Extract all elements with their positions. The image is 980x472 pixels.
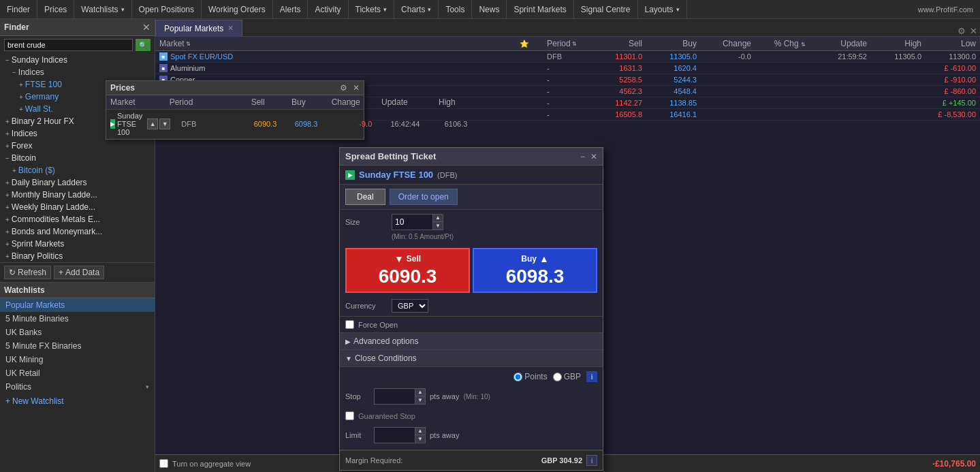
nav-finder[interactable]: Finder [0, 0, 37, 19]
force-open-checkbox[interactable] [345, 320, 354, 329]
finder-search-input[interactable] [4, 39, 133, 51]
col-buy[interactable]: Buy [642, 39, 697, 48]
col-update[interactable]: Update [806, 39, 867, 48]
market-name-spotfx: Spot FX EUR/USD [170, 52, 233, 61]
tree-item-bitcoin-usd[interactable]: + Bitcoin ($) [0, 164, 155, 176]
ticket-minimize-icon[interactable]: − [580, 152, 585, 161]
prices-panel-close-icon[interactable]: ✕ [353, 83, 360, 93]
prices-row-btn-up[interactable]: ▲ [147, 119, 158, 129]
stop-down-button[interactable]: ▼ [415, 396, 426, 405]
advanced-options-toggle[interactable]: ▶ Advanced options [340, 333, 603, 350]
prices-panel-settings-icon[interactable]: ⚙ [340, 83, 347, 93]
nav-working-orders[interactable]: Working Orders [202, 0, 273, 19]
margin-value: GBP 304.92 [541, 456, 582, 465]
buy-arrow-icon: ▲ [539, 253, 549, 264]
close-conditions-toggle[interactable]: ▼ Close Conditions [340, 350, 603, 367]
watchlist-item-5min-binaries[interactable]: 5 Minute Binaries [0, 312, 155, 326]
tree-item-weekly-binary[interactable]: + Weekly Binary Ladde... [0, 201, 155, 213]
order-to-open-button[interactable]: Order to open [390, 189, 458, 205]
col-period[interactable]: Period ⇅ [547, 39, 588, 48]
table-row-spotfx[interactable]: ■ Spot FX EUR/USD DFB 11301.0 11305.0 -0… [155, 51, 980, 63]
watchlist-item-5min-fx[interactable]: 5 Minute FX Binaries [0, 339, 155, 353]
market-name: Aluminium [170, 64, 205, 72]
gbp-radio[interactable] [553, 373, 562, 381]
ticket-modal: Spread Betting Ticket − ✕ ▶ Sunday FTSE … [339, 147, 603, 471]
watchlist-item-popular[interactable]: Popular Markets [0, 298, 155, 312]
nav-watchlists[interactable]: Watchlists▾ [74, 0, 131, 19]
limit-pts-label: pts away [430, 431, 459, 439]
buy-price-box[interactable]: Buy ▲ 6098.3 [473, 248, 597, 293]
add-icon: + [59, 268, 63, 277]
refresh-button[interactable]: ↻ Refresh [4, 266, 51, 279]
points-radio[interactable] [513, 373, 522, 381]
col-sell[interactable]: Sell [588, 39, 642, 48]
cc-info-button[interactable]: i [586, 371, 597, 382]
tab-popular-markets[interactable]: Popular Markets ✕ [155, 20, 242, 36]
ticket-close-icon[interactable]: ✕ [590, 152, 597, 161]
nav-prices[interactable]: Prices [37, 0, 74, 19]
sell-price-value: 6090.3 [351, 266, 464, 287]
prices-change: -9.0 [317, 120, 372, 128]
tree-item-sunday-indices[interactable]: − Sunday Indices [0, 54, 155, 66]
new-watchlist-button[interactable]: + New Watchlist [0, 394, 155, 409]
finder-search-button[interactable]: 🔍 [136, 39, 151, 51]
currency-select[interactable]: GBP USD EUR [392, 299, 428, 313]
col-pct-chg[interactable]: % Chg ⇅ [751, 39, 806, 48]
tree-item-monthly-binary[interactable]: + Monthly Binary Ladde... [0, 189, 155, 201]
limit-up-button[interactable]: ▲ [415, 427, 426, 435]
size-down-button[interactable]: ▼ [432, 222, 443, 230]
limit-input[interactable] [374, 427, 415, 443]
stop-up-button[interactable]: ▲ [415, 388, 426, 396]
update-spotfx: 21:59:52 [806, 52, 867, 61]
tree-item-bitcoin[interactable]: − Bitcoin [0, 152, 155, 164]
tree-item-binary-politics[interactable]: + Binary Politics [0, 250, 155, 262]
prices-row-ftse[interactable]: ▶ Sunday FTSE 100 ▲ ▼ DFB 6090.3 6098.3 … [106, 110, 364, 139]
tree-item-forex[interactable]: + Forex [0, 140, 155, 152]
tree-item-bonds[interactable]: + Bonds and Moneymark... [0, 225, 155, 238]
guaranteed-stop-checkbox[interactable] [345, 411, 354, 420]
watchlist-item-uk-mining[interactable]: UK Mining [0, 353, 155, 366]
tree-item-daily-binary[interactable]: + Daily Binary Ladders [0, 176, 155, 189]
deal-tab-button[interactable]: Deal [345, 189, 385, 205]
low-spotfx: 11300.0 [921, 52, 976, 61]
size-label: Size [345, 218, 386, 226]
col-high[interactable]: High [867, 39, 921, 48]
nav-sprint-markets[interactable]: Sprint Markets [507, 0, 573, 19]
size-up-button[interactable]: ▲ [432, 214, 443, 222]
tree-item-sprint[interactable]: + Sprint Markets [0, 238, 155, 250]
tree-item-commodities[interactable]: + Commodities Metals E... [0, 213, 155, 225]
ticket-title: Spread Betting Ticket [345, 151, 436, 161]
prices-row-btn-down[interactable]: ▼ [159, 119, 170, 129]
watchlist-item-politics[interactable]: Politics ▾ [0, 380, 155, 394]
col-low[interactable]: Low [921, 39, 976, 48]
margin-info-button[interactable]: i [586, 455, 597, 466]
watchlist-item-uk-retail[interactable]: UK Retail [0, 366, 155, 380]
nav-layouts[interactable]: Layouts▾ [638, 0, 687, 19]
add-data-button[interactable]: + Add Data [54, 266, 104, 279]
tab-close-all-icon[interactable]: ✕ [970, 26, 977, 36]
limit-down-button[interactable]: ▼ [415, 435, 426, 443]
nav-activity[interactable]: Activity [308, 0, 348, 19]
sell-arrow-icon: ▼ [394, 253, 404, 264]
nav-open-positions[interactable]: Open Positions [132, 0, 202, 19]
col-change[interactable]: Change [697, 39, 751, 48]
tab-settings-icon[interactable]: ⚙ [958, 26, 966, 36]
nav-tools[interactable]: Tools [439, 0, 472, 19]
nav-charts[interactable]: Charts▾ [394, 0, 439, 19]
nav-alerts[interactable]: Alerts [273, 0, 309, 19]
nav-signal-centre[interactable]: Signal Centre [574, 0, 638, 19]
watchlist-item-uk-banks[interactable]: UK Banks [0, 326, 155, 339]
stop-input[interactable] [374, 388, 415, 405]
col-market[interactable]: Market ⇅ [159, 39, 520, 48]
sell-price-box[interactable]: ▼ Sell 6090.3 [345, 248, 470, 293]
finder-close-icon[interactable]: ✕ [142, 22, 151, 33]
size-input[interactable] [392, 214, 432, 230]
nav-tickets[interactable]: Tickets▾ [349, 0, 395, 19]
nav-brand: www.ProfitF.com [911, 5, 980, 14]
nav-news[interactable]: News [472, 0, 507, 19]
tab-close-icon[interactable]: ✕ [227, 24, 234, 33]
tree-item-indices-1[interactable]: − Indices [0, 66, 155, 78]
aggregate-checkbox[interactable] [159, 459, 168, 468]
ticket-instrument-icon: ▶ [345, 170, 355, 180]
table-row-aluminium[interactable]: ■ Aluminium - 1631.3 1620.4 £ -610.00 [155, 63, 980, 74]
